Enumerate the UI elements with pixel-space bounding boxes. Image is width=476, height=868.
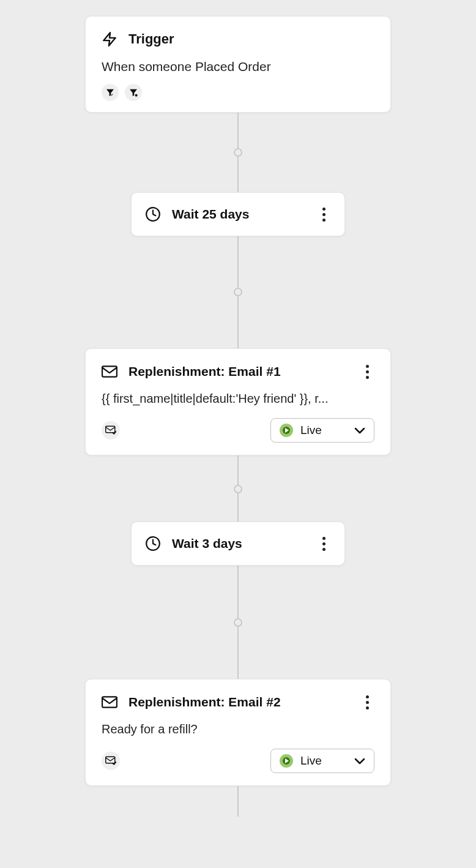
svg-rect-4	[106, 426, 115, 433]
svg-rect-7	[106, 757, 115, 763]
more-actions-button[interactable]	[316, 534, 331, 553]
flow-canvas[interactable]: Trigger When someone Placed Order	[0, 0, 476, 868]
more-actions-button[interactable]	[360, 693, 374, 711]
email-card[interactable]: Replenishment: Email #1 {{ first_name|ti…	[85, 348, 391, 455]
trigger-description: When someone Placed Order	[102, 59, 374, 74]
svg-marker-0	[103, 32, 116, 46]
play-status-icon	[280, 754, 293, 768]
email-card[interactable]: Replenishment: Email #2 Ready for a refi…	[85, 679, 391, 786]
more-actions-button[interactable]	[360, 362, 374, 381]
flow-connector	[237, 455, 239, 522]
lightning-icon	[102, 30, 117, 48]
email-icon	[102, 365, 117, 378]
email-title: Replenishment: Email #1	[128, 364, 349, 379]
status-label: Live	[300, 424, 322, 437]
chevron-down-icon	[354, 427, 365, 434]
smart-sending-icon[interactable]	[102, 421, 120, 440]
more-actions-button[interactable]	[316, 205, 331, 223]
email-title: Replenishment: Email #2	[128, 695, 349, 709]
wait-label: Wait 25 days	[172, 207, 305, 222]
flow-connector	[237, 786, 239, 817]
svg-point-1	[135, 94, 138, 97]
clock-icon	[145, 206, 161, 222]
trigger-title: Trigger	[128, 31, 174, 47]
flow-connector	[237, 113, 239, 192]
wait-label: Wait 3 days	[172, 536, 305, 551]
flow-connector	[237, 236, 239, 348]
status-select[interactable]: Live	[270, 418, 374, 443]
status-select[interactable]: Live	[270, 749, 374, 773]
svg-rect-3	[102, 366, 117, 376]
wait-card[interactable]: Wait 3 days	[131, 522, 345, 566]
svg-rect-6	[102, 697, 117, 707]
flow-connector	[237, 566, 239, 679]
trigger-filter-icon[interactable]	[102, 84, 119, 101]
play-status-icon	[280, 424, 293, 437]
smart-sending-icon[interactable]	[102, 752, 120, 770]
trigger-card[interactable]: Trigger When someone Placed Order	[85, 16, 391, 113]
chevron-down-icon	[354, 757, 365, 765]
status-label: Live	[300, 754, 322, 768]
email-subject: Ready for a refill?	[102, 722, 374, 736]
clock-icon	[145, 536, 161, 552]
wait-card[interactable]: Wait 25 days	[131, 192, 345, 236]
email-icon	[102, 696, 117, 708]
profile-filter-icon[interactable]	[125, 84, 142, 101]
email-subject: {{ first_name|title|default:'Hey friend'…	[102, 392, 374, 406]
